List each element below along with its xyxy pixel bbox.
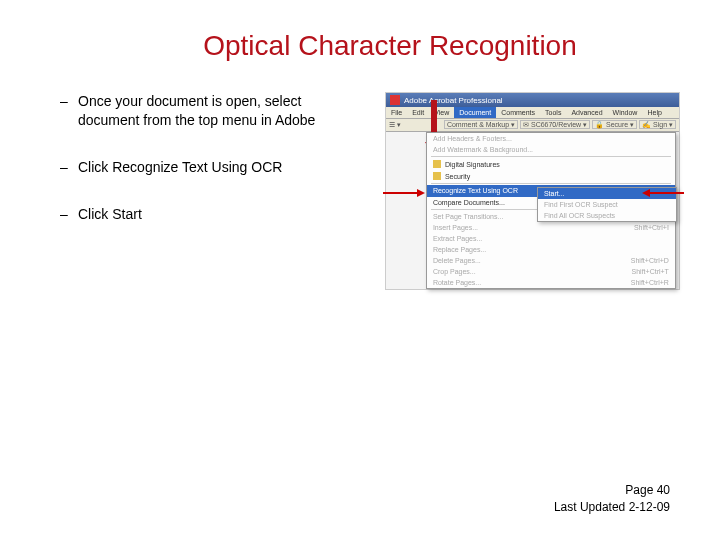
toolbar-sign[interactable]: ✍ Sign ▾ xyxy=(639,120,676,129)
toolbar-secure[interactable]: 🔒 Secure ▾ xyxy=(592,120,637,129)
menu-tools[interactable]: Tools xyxy=(540,107,566,118)
menu-item-crop[interactable]: Crop Pages... Shift+Ctrl+T xyxy=(427,266,675,277)
slide: Optical Character Recognition Once your … xyxy=(0,0,720,540)
menu-item-rotate[interactable]: Rotate Pages... Shift+Ctrl+R xyxy=(427,277,675,288)
menu-document[interactable]: Document xyxy=(454,107,496,118)
menu-advanced[interactable]: Advanced xyxy=(566,107,607,118)
callout-arrow-icon xyxy=(642,189,684,197)
page-title: Optical Character Recognition xyxy=(100,30,680,62)
menu-file[interactable]: File xyxy=(386,107,407,118)
window-title: Adobe Acrobat Professional xyxy=(404,96,503,105)
submenu-item-find-all[interactable]: Find All OCR Suspects xyxy=(538,210,676,221)
page-number: Page 40 xyxy=(554,482,670,499)
menu-comments[interactable]: Comments xyxy=(496,107,540,118)
toolbar-left[interactable]: ☰ ▾ xyxy=(389,121,401,129)
menu-separator xyxy=(431,156,671,157)
menu-item-headers[interactable]: Add Headers & Footers... xyxy=(427,133,675,144)
menu-item-extract[interactable]: Extract Pages... xyxy=(427,233,675,244)
menu-item-security[interactable]: Security xyxy=(427,170,675,182)
menu-item-insert[interactable]: Insert Pages... Shift+Ctrl+I xyxy=(427,222,675,233)
menu-item-signatures[interactable]: Digital Signatures xyxy=(427,158,675,170)
list-item: Once your document is open, select docum… xyxy=(60,92,365,130)
menu-window[interactable]: Window xyxy=(608,107,643,118)
menu-item-replace[interactable]: Replace Pages... xyxy=(427,244,675,255)
pdf-icon xyxy=(390,95,400,105)
list-item: Click Recognize Text Using OCR xyxy=(60,158,365,177)
last-updated: Last Updated 2-12-09 xyxy=(554,499,670,516)
document-menu-dropdown: Add Headers & Footers... Add Watermark &… xyxy=(426,132,676,289)
signature-icon xyxy=(433,160,441,168)
list-item: Click Start xyxy=(60,205,365,224)
menu-help[interactable]: Help xyxy=(642,107,666,118)
submenu-item-find-first[interactable]: Find First OCR Suspect xyxy=(538,199,676,210)
menu-item-delete[interactable]: Delete Pages... Shift+Ctrl+D xyxy=(427,255,675,266)
lock-icon xyxy=(433,172,441,180)
callout-arrow-icon xyxy=(383,189,425,197)
toolbar-comment[interactable]: Comment & Markup ▾ xyxy=(444,120,518,129)
instruction-list: Once your document is open, select docum… xyxy=(60,92,365,290)
slide-footer: Page 40 Last Updated 2-12-09 xyxy=(554,482,670,516)
menu-separator xyxy=(431,183,671,184)
toolbar-send[interactable]: ✉ SC6670/Review ▾ xyxy=(520,120,590,129)
menu-item-watermark[interactable]: Add Watermark & Background... xyxy=(427,144,675,155)
content-row: Once your document is open, select docum… xyxy=(60,92,680,290)
